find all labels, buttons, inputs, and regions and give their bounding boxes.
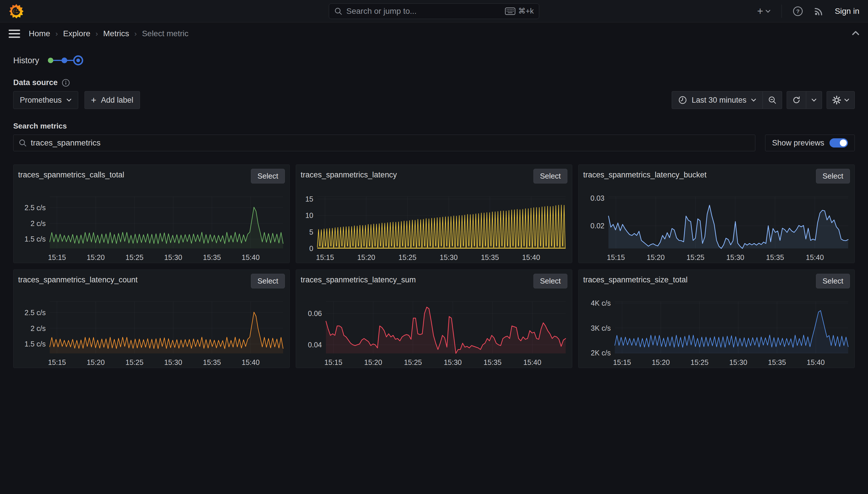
svg-text:2 c/s: 2 c/s (31, 220, 46, 227)
add-label-button[interactable]: + Add label (84, 91, 140, 109)
svg-text:3K c/s: 3K c/s (591, 324, 611, 332)
svg-text:15:25: 15:25 (686, 253, 705, 261)
svg-text:15:30: 15:30 (444, 358, 462, 366)
timeseries-chart[interactable]: 2K c/s3K c/s4K c/s15:1515:2015:2515:3015… (583, 289, 850, 372)
breadcrumb-home[interactable]: Home (29, 29, 50, 38)
rss-icon (814, 6, 824, 16)
metrics-search-box[interactable] (13, 135, 755, 151)
svg-text:15:15: 15:15 (613, 358, 631, 366)
breadcrumb-bar: Home › Explore › Metrics › Select metric (0, 22, 868, 45)
svg-text:15:40: 15:40 (522, 253, 540, 261)
chevron-down-icon (765, 10, 771, 13)
history-step-1[interactable] (48, 58, 54, 63)
svg-text:0.04: 0.04 (308, 341, 322, 349)
history-step-2[interactable] (61, 57, 67, 63)
shortcut-label: ⌘+k (518, 6, 534, 16)
svg-text:15:25: 15:25 (125, 253, 144, 261)
show-previews-toggle[interactable] (829, 138, 848, 148)
svg-text:15:35: 15:35 (203, 358, 221, 366)
select-metric-button[interactable]: Select (816, 169, 850, 184)
svg-text:2.5 c/s: 2.5 c/s (24, 204, 46, 212)
svg-text:15:25: 15:25 (125, 358, 144, 366)
search-icon (19, 139, 27, 147)
settings-button[interactable] (827, 91, 855, 109)
svg-text:15:35: 15:35 (481, 253, 499, 261)
svg-text:4K c/s: 4K c/s (591, 299, 611, 307)
data-source-label-row: Data source (13, 78, 855, 87)
svg-text:15:15: 15:15 (324, 358, 342, 366)
clock-icon (678, 96, 687, 104)
metrics-search-input[interactable] (31, 138, 750, 148)
info-icon[interactable] (62, 79, 70, 87)
svg-text:15:20: 15:20 (652, 358, 670, 366)
panel-title: traces_spanmetrics_latency_sum (301, 274, 416, 284)
svg-text:15:20: 15:20 (357, 253, 375, 261)
top-bar: ⌘+k + ? Sign in (0, 0, 868, 22)
select-metric-button[interactable]: Select (533, 169, 567, 184)
show-previews-label: Show previews (772, 138, 824, 148)
svg-text:0: 0 (309, 244, 313, 252)
chevron-down-icon (811, 98, 816, 102)
svg-text:15:40: 15:40 (242, 358, 260, 366)
keyboard-icon (505, 7, 515, 15)
svg-text:0.06: 0.06 (308, 309, 322, 318)
collapse-button[interactable] (852, 31, 860, 37)
timeseries-chart[interactable]: 0.040.0615:1515:2015:2515:3015:3515:40 (301, 289, 567, 372)
time-range-label: Last 30 minutes (692, 96, 746, 104)
timeseries-chart[interactable]: 1.5 c/s2 c/s2.5 c/s15:1515:2015:2515:301… (18, 185, 285, 267)
new-menu-button[interactable]: + (757, 6, 771, 16)
svg-text:10: 10 (305, 211, 313, 220)
time-range-picker[interactable]: Last 30 minutes (672, 91, 763, 109)
show-previews-control: Show previews (765, 135, 855, 151)
breadcrumb-separator: › (56, 29, 58, 38)
svg-text:15:15: 15:15 (48, 253, 66, 261)
data-source-label: Data source (13, 78, 58, 87)
time-picker-group: Last 30 minutes (672, 91, 782, 109)
select-metric-button[interactable]: Select (816, 274, 850, 288)
select-metric-button[interactable]: Select (251, 274, 285, 288)
svg-text:0.03: 0.03 (590, 194, 605, 202)
refresh-button[interactable] (787, 91, 806, 109)
svg-text:15:15: 15:15 (607, 253, 625, 261)
svg-text:15:20: 15:20 (647, 253, 665, 261)
metric-panel: traces_spanmetrics_size_total Select 2K … (578, 269, 855, 368)
history-timeline[interactable] (46, 54, 86, 67)
select-metric-button[interactable]: Select (533, 274, 567, 288)
svg-text:15:35: 15:35 (484, 358, 501, 366)
timeseries-chart[interactable]: 1.5 c/s2 c/s2.5 c/s15:1515:2015:2515:301… (18, 289, 285, 372)
zoom-out-time-button[interactable] (763, 91, 782, 109)
metric-panel: traces_spanmetrics_latency_bucket Select… (578, 165, 855, 263)
help-button[interactable]: ? (793, 6, 803, 16)
select-metric-button[interactable]: Select (251, 169, 285, 184)
svg-text:15:30: 15:30 (729, 358, 747, 366)
svg-text:15:15: 15:15 (48, 358, 66, 366)
panel-title: traces_spanmetrics_latency (301, 169, 397, 179)
global-search-input[interactable] (346, 6, 501, 16)
svg-text:15:20: 15:20 (87, 358, 105, 366)
svg-text:15:40: 15:40 (806, 253, 824, 261)
panel-title: traces_spanmetrics_latency_count (18, 274, 138, 284)
hamburger-icon (8, 29, 20, 38)
svg-text:15:30: 15:30 (164, 358, 182, 366)
refresh-interval-button[interactable] (806, 91, 822, 109)
history-row: History (13, 54, 855, 67)
refresh-group (787, 91, 822, 109)
global-search-box[interactable]: ⌘+k (329, 3, 539, 19)
breadcrumb-separator: › (95, 29, 98, 38)
svg-text:15:15: 15:15 (316, 253, 334, 261)
breadcrumb-metrics[interactable]: Metrics (103, 29, 129, 38)
sign-in-button[interactable]: Sign in (835, 6, 860, 16)
news-button[interactable] (814, 6, 824, 16)
timeseries-chart[interactable]: 05101515:1515:2015:2515:3015:3515:40 (301, 185, 567, 267)
plus-icon: + (757, 6, 763, 16)
svg-text:15: 15 (305, 195, 313, 203)
svg-text:15:40: 15:40 (807, 358, 825, 366)
grafana-logo[interactable] (8, 3, 24, 19)
svg-text:?: ? (796, 8, 800, 14)
timeseries-chart[interactable]: 0.020.0315:1515:2015:2515:3015:3515:40 (583, 185, 850, 267)
datasource-picker[interactable]: Prometheus (13, 91, 78, 109)
gear-icon (832, 95, 841, 104)
menu-toggle[interactable] (8, 29, 20, 38)
chevron-down-icon (751, 98, 756, 102)
breadcrumb-explore[interactable]: Explore (63, 29, 90, 38)
